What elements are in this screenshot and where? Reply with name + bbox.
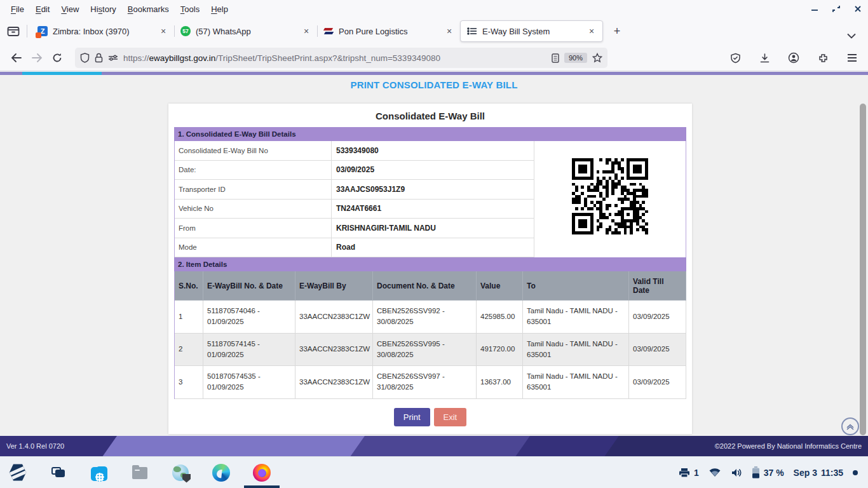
scroll-to-top-button[interactable]: [841, 417, 859, 435]
tab-title: Zimbra: Inbox (3970): [53, 27, 153, 36]
clock[interactable]: Sep 3 11:35: [794, 468, 843, 478]
table-cell: CBEN2526SSV997 - 31/08/2025: [373, 366, 477, 399]
copyright-text: ©2022 Powered By National Informatics Ce…: [715, 436, 862, 456]
footer-decoration: [95, 436, 388, 456]
firefox-view-icon[interactable]: [4, 22, 23, 41]
bookmark-star-icon[interactable]: [592, 53, 602, 63]
ponpure-icon: [323, 26, 334, 36]
file-manager-icon[interactable]: [131, 464, 149, 482]
tab-eway-bill-active[interactable]: E-Way Bill System ×: [460, 20, 603, 42]
qr-code: [572, 158, 648, 234]
tab-ponpure[interactable]: Pon Pure Logistics ×: [317, 20, 460, 42]
detail-row: Vehicle NoTN24AT6661: [175, 200, 534, 219]
menu-tools[interactable]: Tools: [175, 3, 205, 16]
scrollbar-thumb[interactable]: [860, 104, 866, 435]
section-2-header: 2. Item Details: [174, 257, 686, 271]
firefox-icon[interactable]: [253, 464, 271, 482]
table-cell: 33AACCN2383C1ZW: [295, 301, 373, 334]
menu-file[interactable]: File: [5, 3, 30, 16]
lock-icon[interactable]: [95, 53, 103, 63]
workspaces-icon[interactable]: [50, 464, 67, 482]
active-app-indicator: [244, 485, 280, 488]
hamburger-menu-icon[interactable]: [843, 48, 862, 68]
url-text[interactable]: https://ewaybillgst.gov.in/TripSheet/Tri…: [123, 53, 546, 63]
tab-close-icon[interactable]: ×: [158, 26, 169, 36]
version-text: Ver 1.4.0 Rel 0720: [6, 436, 64, 456]
detail-value: TN24AT6661: [332, 200, 534, 219]
web-browser-shield-icon[interactable]: [172, 464, 189, 482]
table-cell: 3: [175, 366, 203, 399]
detail-value: 5339349080: [332, 141, 534, 160]
column-header: E-WayBill By: [295, 271, 373, 301]
reload-button[interactable]: [47, 48, 67, 68]
detail-row: Date:03/09/2025: [175, 161, 534, 180]
column-header: Valid Till Date: [629, 271, 686, 301]
menu-bookmarks[interactable]: Bookmarks: [122, 3, 175, 16]
battery-indicator[interactable]: 37 %: [752, 466, 784, 478]
list-all-tabs-icon[interactable]: [843, 27, 860, 44]
detail-row: FromKRISHNAGIRI-TAMIL NADU: [175, 219, 534, 238]
zimbra-icon: Z: [37, 26, 48, 36]
toolbar-right-icons: [726, 48, 862, 68]
software-store-icon[interactable]: [90, 464, 108, 482]
minimize-button[interactable]: [811, 5, 818, 13]
table-cell: 2: [175, 334, 203, 367]
table-cell: CBEN2526SSV992 - 30/08/2025: [373, 301, 477, 334]
bill-details-table: Consolidated E-Way Bill No5339349080 Dat…: [175, 141, 534, 257]
menu-help[interactable]: Help: [205, 3, 234, 16]
exit-button[interactable]: Exit: [434, 408, 467, 426]
table-cell: 13637.00: [477, 366, 523, 399]
zoom-level-badge[interactable]: 90%: [564, 53, 587, 63]
edge-icon[interactable]: [212, 464, 230, 482]
restore-button[interactable]: [832, 5, 840, 13]
battery-icon: [752, 466, 760, 478]
menu-view[interactable]: View: [55, 3, 85, 16]
scrollbar: [859, 71, 867, 436]
column-header: Value: [477, 271, 523, 301]
menu-history[interactable]: History: [85, 3, 121, 16]
new-tab-button[interactable]: +: [608, 22, 626, 40]
detail-label: Vehicle No: [175, 200, 332, 219]
back-button[interactable]: [6, 48, 27, 68]
protections-check-icon[interactable]: [726, 48, 745, 68]
page-title: PRINT CONSOLIDATED E-WAY BILL: [0, 79, 868, 90]
progress-segment: [22, 72, 102, 75]
volume-icon[interactable]: [731, 468, 742, 478]
taskbar: 1 37 % Sep 3 11:35: [0, 456, 868, 488]
menu-edit[interactable]: Edit: [30, 3, 55, 16]
section-1-header: 1. Consolidated E-Way Bill Details: [174, 127, 686, 141]
detail-value: 03/09/2025: [332, 161, 534, 180]
account-icon[interactable]: [784, 48, 803, 68]
taskbar-apps: [9, 464, 271, 482]
notification-dot[interactable]: [853, 470, 858, 475]
wifi-icon[interactable]: [709, 468, 721, 477]
browser-chrome: File Edit View History Bookmarks Tools H…: [0, 0, 868, 71]
reader-view-icon[interactable]: [552, 53, 559, 63]
printer-icon: [679, 468, 690, 478]
table-cell: 03/09/2025: [629, 301, 686, 334]
detail-row: Transporter ID33AAJCS0953J1Z9: [175, 180, 534, 200]
permissions-icon[interactable]: [108, 54, 118, 62]
tab-close-icon[interactable]: ×: [444, 26, 455, 36]
page-top-strip: [0, 72, 868, 75]
url-bar[interactable]: https://ewaybillgst.gov.in/TripSheet/Tri…: [75, 48, 607, 68]
printer-indicator[interactable]: 1: [679, 468, 699, 478]
tab-close-icon[interactable]: ×: [301, 26, 312, 36]
downloads-icon[interactable]: [755, 48, 774, 68]
forward-button[interactable]: [27, 48, 47, 68]
table-cell: 491720.00: [477, 334, 523, 367]
taskbar-status: 1 37 % Sep 3 11:35: [679, 466, 868, 478]
tab-whatsapp[interactable]: 57 (57) WhatsApp ×: [174, 20, 317, 42]
ewaybill-icon: [467, 26, 477, 36]
tab-close-icon[interactable]: ×: [586, 26, 597, 36]
table-cell: 33AACCN2383C1ZW: [295, 334, 373, 367]
tab-title: Pon Pure Logistics: [339, 27, 438, 36]
shield-icon[interactable]: [80, 53, 90, 63]
zorin-menu-icon[interactable]: [9, 464, 27, 482]
column-header: E-WayBill No. & Date: [203, 271, 295, 301]
print-button[interactable]: Print: [394, 408, 430, 426]
extensions-icon[interactable]: [813, 48, 832, 68]
detail-label: Date:: [175, 161, 332, 180]
close-button[interactable]: [854, 5, 862, 13]
tab-zimbra[interactable]: Z Zimbra: Inbox (3970) ×: [31, 20, 174, 42]
